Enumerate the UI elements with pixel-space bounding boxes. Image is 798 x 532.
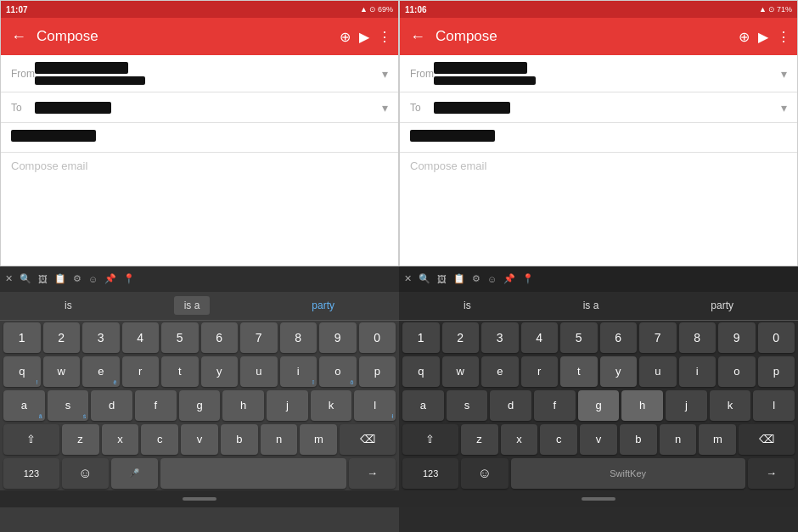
r-key-b[interactable]: b	[620, 424, 657, 455]
r-suggestion-isa[interactable]: is a	[573, 296, 610, 315]
suggestion-is[interactable]: is	[54, 296, 82, 315]
key-v[interactable]: v	[181, 424, 218, 455]
key-m[interactable]: m	[300, 424, 337, 455]
r-key-s[interactable]: s	[447, 390, 488, 421]
key-1[interactable]: 1	[3, 322, 41, 353]
key-c[interactable]: c	[141, 424, 178, 455]
emoji-key[interactable]: ☺	[62, 458, 109, 489]
key-a[interactable]: aā	[3, 390, 45, 421]
r-key-o[interactable]: o	[718, 356, 756, 387]
r-key-f[interactable]: f	[534, 390, 576, 421]
key-p[interactable]: p	[359, 356, 396, 387]
key-x[interactable]: x	[102, 424, 139, 455]
r-send-icon[interactable]: ▶	[758, 29, 768, 45]
rk-close-icon[interactable]: ✕	[404, 273, 412, 284]
r-suggestion-party[interactable]: party	[700, 296, 744, 315]
r-key-v[interactable]: v	[580, 424, 617, 455]
key-7[interactable]: 7	[240, 322, 278, 353]
shift-key[interactable]: ⇧	[3, 424, 59, 455]
key-f[interactable]: f	[135, 390, 177, 421]
from-value[interactable]	[35, 62, 379, 85]
r-key-t[interactable]: t	[560, 356, 598, 387]
key-8[interactable]: 8	[280, 322, 318, 353]
key-5[interactable]: 5	[161, 322, 199, 353]
key-2[interactable]: 2	[43, 322, 81, 353]
kb-location-icon[interactable]: 📍	[123, 273, 135, 284]
key-y[interactable]: y	[201, 356, 239, 387]
r-key-r[interactable]: r	[521, 356, 559, 387]
enter-key[interactable]: →	[349, 458, 396, 489]
suggestion-party[interactable]: party	[301, 296, 345, 315]
r-key-c[interactable]: c	[540, 424, 577, 455]
r-key-e[interactable]: e	[481, 356, 519, 387]
r-key-y[interactable]: y	[600, 356, 638, 387]
r-key-n[interactable]: n	[660, 424, 697, 455]
key-s[interactable]: sś	[48, 390, 89, 421]
key-3[interactable]: 3	[82, 322, 120, 353]
r-key-a[interactable]: a	[402, 390, 444, 421]
key-t[interactable]: t	[161, 356, 199, 387]
r-from-chevron-icon[interactable]: ▾	[781, 67, 787, 81]
r-key-4[interactable]: 4	[521, 322, 559, 353]
key-k[interactable]: k	[311, 390, 352, 421]
key-4[interactable]: 4	[122, 322, 160, 353]
num-switch-key[interactable]: 123	[3, 458, 59, 489]
r-shift-key[interactable]: ⇧	[402, 424, 458, 455]
r-attach-icon[interactable]: ⊕	[739, 29, 750, 45]
rk-image-icon[interactable]: 🖼	[437, 274, 447, 284]
space-key[interactable]	[160, 458, 347, 489]
r-num-switch-key[interactable]: 123	[402, 458, 458, 489]
r-key-3[interactable]: 3	[481, 322, 519, 353]
rk-pin-icon[interactable]: 📌	[503, 273, 515, 284]
r-key-p[interactable]: p	[758, 356, 795, 387]
kb-emoji2-icon[interactable]: ☺	[88, 274, 98, 284]
key-g[interactable]: g	[179, 390, 221, 421]
to-chevron-icon[interactable]: ▾	[382, 101, 388, 115]
r-key-q[interactable]: q	[402, 356, 440, 387]
r-key-7[interactable]: 7	[639, 322, 677, 353]
r-key-j[interactable]: j	[666, 390, 707, 421]
key-i[interactable]: iī	[280, 356, 318, 387]
r-key-6[interactable]: 6	[600, 322, 638, 353]
r-key-8[interactable]: 8	[679, 322, 717, 353]
r-key-d[interactable]: d	[490, 390, 531, 421]
key-6[interactable]: 6	[201, 322, 239, 353]
key-0[interactable]: 0	[359, 322, 396, 353]
r-key-k[interactable]: k	[710, 390, 751, 421]
key-d[interactable]: d	[91, 390, 132, 421]
microphone-icon-key[interactable]: 🎤	[111, 458, 158, 489]
kb-image-icon[interactable]: 🖼	[38, 274, 48, 284]
r-emoji-key[interactable]: ☺	[461, 458, 508, 489]
r-to-chevron-icon[interactable]: ▾	[781, 101, 787, 115]
rk-settings-icon[interactable]: ⚙	[472, 273, 480, 284]
r-compose-placeholder[interactable]: Compose email	[400, 153, 797, 179]
delete-key[interactable]: ⌫	[340, 424, 396, 455]
r-delete-key[interactable]: ⌫	[739, 424, 795, 455]
key-9[interactable]: 9	[319, 322, 357, 353]
r-key-u[interactable]: u	[639, 356, 677, 387]
r-subject-row[interactable]	[400, 123, 797, 153]
key-l[interactable]: lł	[354, 390, 396, 421]
key-h[interactable]: h	[222, 390, 264, 421]
r-key-l[interactable]: l	[753, 390, 795, 421]
compose-placeholder[interactable]: Compose email	[1, 153, 398, 179]
key-b[interactable]: b	[221, 424, 258, 455]
key-u[interactable]: u	[240, 356, 278, 387]
key-n[interactable]: n	[261, 424, 298, 455]
r-key-2[interactable]: 2	[442, 322, 480, 353]
r-key-9[interactable]: 9	[718, 322, 756, 353]
from-chevron-icon[interactable]: ▾	[382, 67, 388, 81]
r-enter-key[interactable]: →	[748, 458, 795, 489]
key-r[interactable]: r	[122, 356, 160, 387]
kb-close-icon[interactable]: ✕	[5, 273, 13, 284]
rk-emoji2-icon[interactable]: ☺	[487, 274, 497, 284]
subject-row[interactable]	[1, 123, 398, 153]
r-key-0[interactable]: 0	[758, 322, 795, 353]
send-icon[interactable]: ▶	[359, 29, 369, 45]
rk-clipboard-icon[interactable]: 📋	[453, 273, 465, 284]
rk-search-icon[interactable]: 🔍	[419, 273, 430, 284]
r-key-w[interactable]: w	[442, 356, 480, 387]
kb-clipboard-icon[interactable]: 📋	[54, 273, 66, 284]
kb-search-icon[interactable]: 🔍	[20, 273, 31, 284]
back-button[interactable]: ←	[8, 25, 30, 49]
